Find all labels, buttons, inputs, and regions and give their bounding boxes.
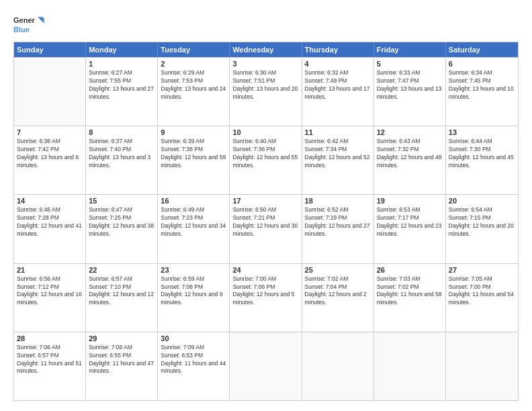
day-number-3: 3 [232, 60, 298, 68]
day-info-6: Sunrise: 6:34 AMSunset: 7:45 PMDaylight:… [449, 69, 515, 101]
day-number-18: 18 [305, 197, 371, 205]
day-number-4: 4 [305, 60, 371, 68]
day-info-16: Sunrise: 6:49 AMSunset: 7:23 PMDaylight:… [161, 206, 226, 238]
day-number-15: 15 [89, 197, 154, 205]
day-info-3: Sunrise: 6:30 AMSunset: 7:51 PMDaylight:… [232, 69, 298, 101]
day-number-28: 28 [17, 334, 83, 342]
day-cell-13: 13Sunrise: 6:44 AMSunset: 7:30 PMDayligh… [446, 126, 518, 194]
day-number-12: 12 [377, 128, 443, 136]
header-tuesday: Tuesday [158, 42, 230, 57]
day-number-5: 5 [377, 60, 443, 68]
day-cell-10: 10Sunrise: 6:40 AMSunset: 7:36 PMDayligh… [230, 126, 302, 194]
day-number-7: 7 [17, 128, 83, 136]
day-number-16: 16 [161, 197, 226, 205]
day-cell-30: 30Sunrise: 7:09 AMSunset: 6:53 PMDayligh… [158, 332, 230, 400]
day-number-11: 11 [305, 128, 371, 136]
empty-cell-w5-d4 [230, 332, 302, 400]
day-cell-24: 24Sunrise: 7:00 AMSunset: 7:06 PMDayligh… [230, 264, 302, 332]
day-info-27: Sunrise: 7:05 AMSunset: 7:00 PMDaylight:… [449, 275, 515, 308]
day-cell-11: 11Sunrise: 6:42 AMSunset: 7:34 PMDayligh… [302, 126, 374, 194]
day-number-27: 27 [449, 266, 515, 274]
day-number-9: 9 [161, 128, 226, 136]
day-info-20: Sunrise: 6:54 AMSunset: 7:15 PMDaylight:… [449, 206, 515, 238]
day-info-8: Sunrise: 6:37 AMSunset: 7:40 PMDaylight:… [89, 138, 154, 170]
empty-cell-w5-d6 [374, 332, 446, 400]
empty-cell-w1-d1 [14, 58, 86, 126]
day-number-25: 25 [305, 266, 371, 274]
header: General Blue [13, 13, 519, 35]
day-cell-6: 6Sunrise: 6:34 AMSunset: 7:45 PMDaylight… [446, 58, 518, 126]
day-number-14: 14 [17, 197, 83, 205]
day-number-1: 1 [89, 60, 154, 68]
svg-marker-4 [39, 18, 44, 24]
day-info-24: Sunrise: 7:00 AMSunset: 7:06 PMDaylight:… [232, 275, 298, 308]
day-cell-4: 4Sunrise: 6:32 AMSunset: 7:49 PMDaylight… [302, 58, 374, 126]
day-info-19: Sunrise: 6:53 AMSunset: 7:17 PMDaylight:… [377, 206, 443, 238]
day-number-8: 8 [89, 128, 154, 136]
day-info-28: Sunrise: 7:06 AMSunset: 6:57 PMDaylight:… [17, 344, 83, 376]
day-number-29: 29 [89, 334, 154, 342]
day-info-23: Sunrise: 6:59 AMSunset: 7:08 PMDaylight:… [161, 275, 226, 308]
day-cell-2: 2Sunrise: 6:29 AMSunset: 7:53 PMDaylight… [158, 58, 230, 126]
day-cell-23: 23Sunrise: 6:59 AMSunset: 7:08 PMDayligh… [158, 264, 230, 332]
day-info-5: Sunrise: 6:33 AMSunset: 7:47 PMDaylight:… [377, 69, 443, 101]
day-number-13: 13 [449, 128, 515, 136]
day-info-11: Sunrise: 6:42 AMSunset: 7:34 PMDaylight:… [305, 138, 371, 170]
day-number-23: 23 [161, 266, 226, 274]
day-info-25: Sunrise: 7:02 AMSunset: 7:04 PMDaylight:… [305, 275, 371, 308]
day-info-7: Sunrise: 6:36 AMSunset: 7:42 PMDaylight:… [17, 138, 83, 170]
empty-cell-w5-d5 [302, 332, 374, 400]
day-cell-28: 28Sunrise: 7:06 AMSunset: 6:57 PMDayligh… [14, 332, 86, 400]
day-cell-20: 20Sunrise: 6:54 AMSunset: 7:15 PMDayligh… [446, 195, 518, 263]
day-cell-22: 22Sunrise: 6:57 AMSunset: 7:10 PMDayligh… [86, 264, 158, 332]
day-info-30: Sunrise: 7:09 AMSunset: 6:53 PMDaylight:… [161, 344, 226, 376]
day-info-15: Sunrise: 6:47 AMSunset: 7:25 PMDaylight:… [89, 206, 154, 238]
week-row-3: 14Sunrise: 6:46 AMSunset: 7:28 PMDayligh… [14, 194, 518, 263]
day-info-9: Sunrise: 6:39 AMSunset: 7:38 PMDaylight:… [161, 138, 226, 170]
day-cell-18: 18Sunrise: 6:52 AMSunset: 7:19 PMDayligh… [302, 195, 374, 263]
day-number-6: 6 [449, 60, 515, 68]
week-row-5: 28Sunrise: 7:06 AMSunset: 6:57 PMDayligh… [14, 332, 518, 400]
day-info-17: Sunrise: 6:50 AMSunset: 7:21 PMDaylight:… [232, 206, 298, 238]
day-cell-7: 7Sunrise: 6:36 AMSunset: 7:42 PMDaylight… [14, 126, 86, 194]
week-row-4: 21Sunrise: 6:56 AMSunset: 7:12 PMDayligh… [14, 263, 518, 332]
day-number-24: 24 [232, 266, 298, 274]
day-cell-5: 5Sunrise: 6:33 AMSunset: 7:47 PMDaylight… [374, 58, 446, 126]
day-number-19: 19 [377, 197, 443, 205]
calendar-header: SundayMondayTuesdayWednesdayThursdayFrid… [14, 42, 518, 57]
day-info-1: Sunrise: 6:27 AMSunset: 7:55 PMDaylight:… [89, 69, 154, 101]
day-info-12: Sunrise: 6:43 AMSunset: 7:32 PMDaylight:… [377, 138, 443, 170]
day-cell-19: 19Sunrise: 6:53 AMSunset: 7:17 PMDayligh… [374, 195, 446, 263]
header-saturday: Saturday [446, 42, 518, 57]
day-number-2: 2 [161, 60, 226, 68]
day-info-10: Sunrise: 6:40 AMSunset: 7:36 PMDaylight:… [232, 138, 298, 170]
logo-arrow [34, 14, 46, 29]
header-wednesday: Wednesday [230, 42, 302, 57]
day-info-18: Sunrise: 6:52 AMSunset: 7:19 PMDaylight:… [305, 206, 371, 238]
svg-text:General: General [13, 16, 35, 24]
day-info-2: Sunrise: 6:29 AMSunset: 7:53 PMDaylight:… [161, 69, 226, 101]
day-cell-25: 25Sunrise: 7:02 AMSunset: 7:04 PMDayligh… [302, 264, 374, 332]
day-info-14: Sunrise: 6:46 AMSunset: 7:28 PMDaylight:… [17, 206, 83, 238]
day-cell-15: 15Sunrise: 6:47 AMSunset: 7:25 PMDayligh… [86, 195, 158, 263]
page: General Blue SundayMondayTuesdayWednesda… [0, 0, 532, 411]
empty-cell-w5-d7 [446, 332, 518, 400]
day-cell-9: 9Sunrise: 6:39 AMSunset: 7:38 PMDaylight… [158, 126, 230, 194]
day-number-17: 17 [232, 197, 298, 205]
day-number-10: 10 [232, 128, 298, 136]
day-info-26: Sunrise: 7:03 AMSunset: 7:02 PMDaylight:… [377, 275, 443, 308]
day-cell-8: 8Sunrise: 6:37 AMSunset: 7:40 PMDaylight… [86, 126, 158, 194]
logo: General Blue [13, 13, 46, 35]
day-cell-21: 21Sunrise: 6:56 AMSunset: 7:12 PMDayligh… [14, 264, 86, 332]
day-number-21: 21 [17, 266, 83, 274]
day-cell-26: 26Sunrise: 7:03 AMSunset: 7:02 PMDayligh… [374, 264, 446, 332]
header-friday: Friday [374, 42, 446, 57]
day-info-29: Sunrise: 7:08 AMSunset: 6:55 PMDaylight:… [89, 344, 154, 376]
calendar: SundayMondayTuesdayWednesdayThursdayFrid… [13, 42, 519, 401]
day-info-22: Sunrise: 6:57 AMSunset: 7:10 PMDaylight:… [89, 275, 154, 308]
day-cell-14: 14Sunrise: 6:46 AMSunset: 7:28 PMDayligh… [14, 195, 86, 263]
header-monday: Monday [86, 42, 158, 57]
day-number-22: 22 [89, 266, 154, 274]
header-thursday: Thursday [302, 42, 374, 57]
day-cell-27: 27Sunrise: 7:05 AMSunset: 7:00 PMDayligh… [446, 264, 518, 332]
